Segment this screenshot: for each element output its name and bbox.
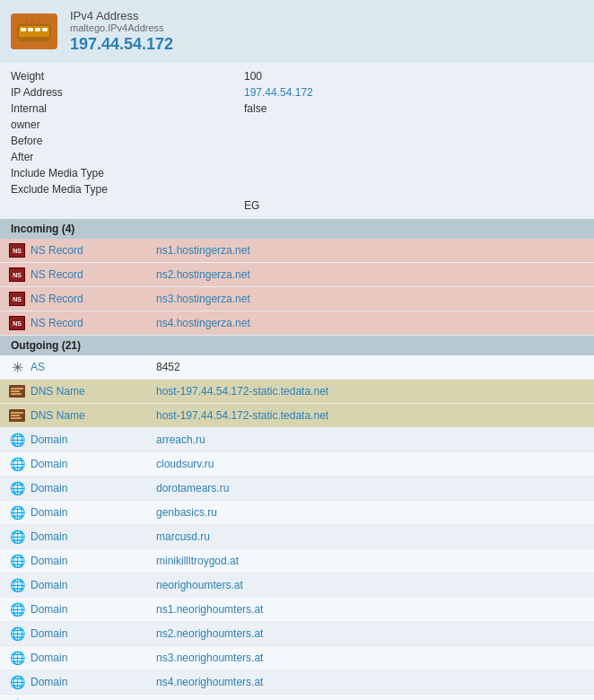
list-item: 🌐 Domain minikillltroygod.at — [0, 549, 594, 573]
row-value: marcusd.ru — [156, 530, 587, 543]
entity-header: IPv4 Address maltego.IPv4Address 197.44.… — [0, 0, 594, 63]
outgoing-header: Outgoing (21) — [0, 336, 594, 355]
entity-icon — [11, 13, 57, 49]
globe-icon: 🌐 — [7, 528, 27, 546]
row-value: arreach.ru — [156, 433, 587, 446]
prop-after: After — [11, 149, 583, 165]
prop-label-exclude-media: Exclude Media Type — [11, 183, 244, 196]
list-item: 🌐 Domain ns2.neorighoumters.at — [0, 622, 594, 646]
svg-rect-14 — [11, 412, 23, 414]
row-value: minikillltroygod.at — [156, 555, 587, 567]
incoming-header-label: Incoming (4) — [11, 223, 74, 235]
svg-rect-12 — [11, 393, 22, 395]
globe-icon: 🌐 — [7, 552, 27, 570]
list-item: 🌐 Domain cloudsurv.ru — [0, 452, 594, 477]
row-label: Domain — [31, 676, 156, 688]
list-item: 🌐 Domain neorighoumters.at — [0, 573, 594, 598]
outgoing-list: ✳ AS 8452 DNS Name host-197.44.54.172-st… — [0, 355, 594, 700]
row-label: Domain — [31, 506, 156, 519]
prop-country: EG — [11, 197, 583, 214]
prop-weight: Weight 100 — [11, 68, 583, 84]
globe-icon: 🌐 — [7, 576, 27, 594]
prop-owner: owner — [11, 117, 583, 133]
svg-rect-11 — [11, 390, 20, 392]
row-value: ns2.neorighoumters.at — [156, 627, 587, 640]
svg-rect-3 — [35, 28, 40, 31]
row-value: ns3.hostingerza.net — [156, 293, 587, 305]
globe-icon: 🌐 — [7, 625, 27, 643]
prop-before: Before — [11, 133, 583, 149]
globe-icon: 🌐 — [7, 479, 27, 497]
row-value: ns4.hostingerza.net — [156, 317, 587, 329]
outgoing-header-label: Outgoing (21) — [11, 339, 81, 352]
entity-type-id: maltego.IPv4Address — [70, 22, 173, 33]
row-label: DNS Name — [31, 409, 156, 422]
row-value: ns1.hostingerza.net — [156, 244, 587, 257]
svg-rect-5 — [31, 22, 34, 26]
svg-rect-7 — [25, 22, 28, 26]
svg-rect-4 — [42, 28, 48, 31]
entity-value: 197.44.54.172 — [70, 35, 173, 54]
row-value: neorighoumters.at — [156, 579, 587, 591]
svg-rect-10 — [11, 388, 23, 389]
row-label: NS Record — [31, 293, 156, 305]
ns-icon: NS — [7, 241, 27, 259]
prop-value-owner — [244, 118, 583, 131]
incoming-header: Incoming (4) — [0, 219, 594, 239]
svg-rect-16 — [11, 417, 22, 419]
row-label: Domain — [31, 555, 156, 567]
prop-label-after: After — [11, 151, 244, 163]
row-value: host-197.44.54.172-static.tedata.net — [156, 409, 587, 422]
row-value: dorotamears.ru — [156, 482, 587, 494]
list-item: DNS Name host-197.44.54.172-static.tedat… — [0, 404, 594, 428]
prop-value-internal: false — [244, 102, 583, 115]
entity-details: IPv4 Address maltego.IPv4Address 197.44.… — [70, 9, 173, 54]
list-item: 🌐 Domain dorotamears.ru — [0, 477, 594, 501]
globe-icon: 🌐 — [7, 600, 27, 618]
row-label: Domain — [31, 458, 156, 470]
prop-value-weight: 100 — [244, 70, 583, 83]
prop-value-before — [244, 135, 583, 147]
svg-rect-8 — [19, 38, 49, 41]
row-label: Domain — [31, 433, 156, 446]
prop-internal: Internal false — [11, 101, 583, 117]
svg-rect-1 — [21, 28, 26, 31]
prop-label-before: Before — [11, 135, 244, 147]
list-item: 🌐 Domain ns3.neorighoumters.at — [0, 646, 594, 670]
row-label: NS Record — [31, 317, 156, 329]
list-item: 🌐 Domain ns4.neorighoumters.at — [0, 670, 594, 695]
dns-icon — [7, 382, 27, 400]
row-label: Domain — [31, 530, 156, 543]
row-label: AS — [31, 361, 156, 373]
prop-ipaddress: IP Address 197.44.54.172 — [11, 84, 583, 101]
row-label: Domain — [31, 603, 156, 616]
svg-rect-6 — [38, 22, 40, 26]
row-value: ns2.hostingerza.net — [156, 268, 587, 281]
list-item: 🌐 Domain smartyland.at — [0, 695, 594, 700]
properties-panel: Weight 100 IP Address 197.44.54.172 Inte… — [0, 63, 594, 219]
row-label: DNS Name — [31, 385, 156, 398]
list-item: 🌐 Domain arreach.ru — [0, 428, 594, 452]
dns-icon — [7, 407, 27, 424]
row-label: Domain — [31, 482, 156, 494]
list-item: 🌐 Domain ns1.neorighoumters.at — [0, 598, 594, 622]
prop-value-include-media — [244, 167, 583, 179]
row-value: genbasics.ru — [156, 506, 587, 519]
ns-icon: NS — [7, 314, 27, 332]
prop-label-weight: Weight — [11, 70, 244, 83]
svg-rect-2 — [28, 28, 33, 31]
star-icon: ✳ — [7, 358, 27, 376]
row-value: 8452 — [156, 361, 587, 373]
list-item: NS NS Record ns4.hostingerza.net — [0, 311, 594, 336]
prop-label-owner: owner — [11, 118, 244, 131]
row-value: ns4.neorighoumters.at — [156, 676, 587, 688]
globe-icon: 🌐 — [7, 431, 27, 449]
prop-include-media: Include Media Type — [11, 165, 583, 181]
row-value: host-197.44.54.172-static.tedata.net — [156, 385, 587, 398]
entity-type: IPv4 Address — [70, 9, 173, 22]
row-label: NS Record — [31, 244, 156, 257]
prop-label-include-media: Include Media Type — [11, 167, 244, 179]
row-label: NS Record — [31, 268, 156, 281]
globe-icon: 🌐 — [7, 455, 27, 473]
list-item: NS NS Record ns2.hostingerza.net — [0, 263, 594, 287]
